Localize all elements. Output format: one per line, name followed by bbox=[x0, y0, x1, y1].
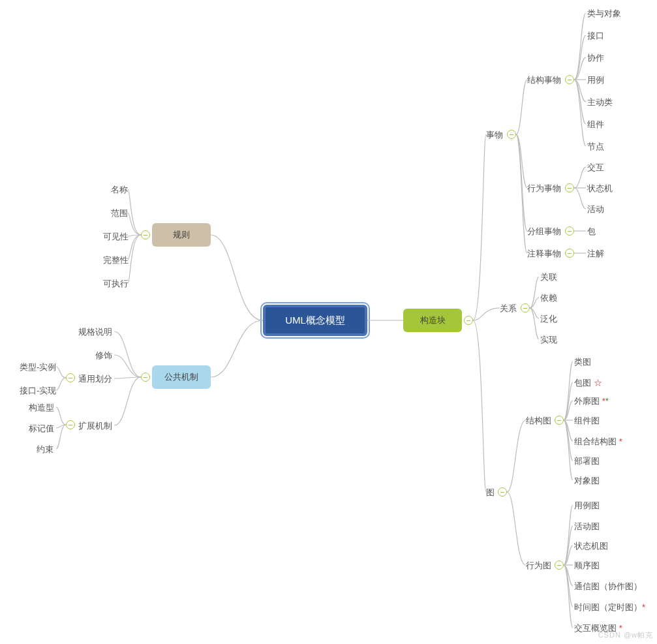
collapse-icon[interactable] bbox=[555, 560, 564, 570]
collapse-icon[interactable] bbox=[521, 303, 530, 313]
leaf-rule-exec: 可执行 bbox=[103, 278, 129, 290]
leaf-tb-0: 交互 bbox=[587, 162, 604, 174]
leaf-tb-2: 活动 bbox=[587, 204, 604, 215]
leaf-ds-6: 对象图 bbox=[574, 475, 600, 487]
leaf-diag-behav: 行为图 bbox=[526, 560, 551, 572]
leaf-things-behav: 行为事物 bbox=[527, 183, 561, 194]
leaf-ds-1: 包图 ☆ bbox=[574, 377, 602, 389]
leaf-ts-4: 主动类 bbox=[587, 97, 613, 108]
leaf-ds-4: 组合结构图 * bbox=[574, 436, 622, 448]
collapse-icon[interactable] bbox=[141, 230, 150, 239]
leaf-ts-2: 协作 bbox=[587, 52, 604, 64]
root-node[interactable]: UML概念模型 bbox=[263, 305, 367, 336]
leaf-mech-ext-1: 构造型 bbox=[29, 402, 54, 414]
node-mechanisms[interactable]: 公共机制 bbox=[152, 365, 211, 389]
leaf-db-2: 状态机图 bbox=[574, 540, 608, 552]
leaf-mech-div-2: 接口-实现 bbox=[20, 385, 56, 397]
leaf-ds-5: 部署图 bbox=[574, 455, 600, 467]
leaf-ta-0: 注解 bbox=[587, 248, 604, 260]
leaf-db-5: 时间图（定时图）* bbox=[574, 602, 645, 613]
leaf-ts-5: 组件 bbox=[587, 119, 604, 130]
leaf-mech-division: 通用划分 bbox=[78, 373, 112, 385]
collapse-icon[interactable] bbox=[565, 226, 574, 236]
leaf-rule-visibility: 可见性 bbox=[103, 231, 129, 243]
collapse-icon[interactable] bbox=[141, 373, 150, 382]
collapse-icon[interactable] bbox=[507, 130, 516, 139]
leaf-tb-1: 状态机 bbox=[587, 183, 613, 194]
leaf-mech-ext: 扩展机制 bbox=[78, 420, 112, 432]
leaf-relations: 关系 bbox=[500, 303, 517, 314]
collapse-icon[interactable] bbox=[565, 75, 574, 84]
leaf-db-1: 活动图 bbox=[574, 521, 600, 532]
node-build-blocks[interactable]: 构造块 bbox=[403, 309, 462, 332]
leaf-ts-6: 节点 bbox=[587, 141, 604, 153]
collapse-icon[interactable] bbox=[565, 183, 574, 192]
leaf-things-struct: 结构事物 bbox=[527, 74, 561, 86]
collapse-icon[interactable] bbox=[66, 420, 75, 429]
collapse-icon[interactable] bbox=[565, 249, 574, 258]
leaf-things-group: 分组事物 bbox=[527, 226, 561, 238]
leaf-things-annot: 注释事物 bbox=[527, 248, 561, 260]
collapse-icon[interactable] bbox=[464, 316, 473, 325]
leaf-things: 事物 bbox=[486, 129, 503, 141]
leaf-rule-scope: 范围 bbox=[111, 207, 128, 219]
leaf-rel-2: 泛化 bbox=[540, 313, 557, 325]
leaf-db-4: 通信图（协作图） bbox=[574, 581, 642, 592]
leaf-rule-name: 名称 bbox=[111, 184, 128, 196]
leaf-mech-ext-3: 约束 bbox=[37, 444, 53, 455]
leaf-ds-2: 外廓图 ** bbox=[574, 395, 609, 407]
leaf-tg-0: 包 bbox=[587, 226, 596, 238]
leaf-ds-0: 类图 bbox=[574, 356, 591, 368]
leaf-db-3: 顺序图 bbox=[574, 560, 600, 572]
leaf-mech-decor: 修饰 bbox=[95, 350, 112, 361]
leaf-diag-struct: 结构图 bbox=[526, 415, 551, 427]
leaf-ds-3: 组件图 bbox=[574, 415, 600, 427]
leaf-rule-integrity: 完整性 bbox=[103, 254, 129, 266]
leaf-ts-3: 用例 bbox=[587, 74, 604, 86]
leaf-ts-1: 接口 bbox=[587, 30, 604, 42]
collapse-icon[interactable] bbox=[66, 373, 75, 382]
node-rules[interactable]: 规则 bbox=[152, 223, 211, 247]
leaf-db-0: 用例图 bbox=[574, 500, 600, 512]
leaf-rel-0: 关联 bbox=[540, 271, 557, 283]
leaf-mech-spec: 规格说明 bbox=[78, 326, 112, 338]
leaf-diagrams: 图 bbox=[486, 487, 495, 498]
collapse-icon[interactable] bbox=[498, 487, 507, 497]
leaf-rel-3: 实现 bbox=[540, 334, 557, 346]
leaf-mech-ext-2: 标记值 bbox=[29, 423, 54, 435]
leaf-mech-div-1: 类型-实例 bbox=[20, 361, 56, 373]
collapse-icon[interactable] bbox=[555, 416, 564, 425]
leaf-rel-1: 依赖 bbox=[540, 292, 557, 304]
watermark: CSDN @w帕克 bbox=[598, 630, 653, 640]
leaf-ts-0: 类与对象 bbox=[587, 8, 621, 20]
